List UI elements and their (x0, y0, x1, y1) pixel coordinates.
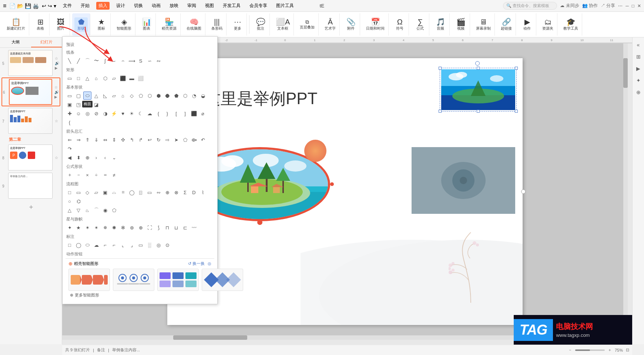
shape-star-24[interactable]: ⊛ (128, 223, 136, 232)
datetime-btn[interactable]: 📅 日期和时间 (365, 17, 386, 32)
menu-transition[interactable]: 切换 (132, 2, 145, 10)
new-slide-btn[interactable]: 📋 新建幻灯片 (5, 17, 27, 32)
shape-basic-donut[interactable]: ◎ (83, 109, 91, 117)
notes-btn[interactable]: 备注 (97, 347, 105, 353)
shape-callout-accent2[interactable]: ⊙ (163, 241, 171, 249)
shape-banner-down[interactable]: ⊔ (172, 223, 180, 232)
shape-flow-doc[interactable]: ⌓ (110, 188, 118, 196)
menu-design[interactable]: 设计 (114, 2, 127, 10)
shape-basic-brace-l[interactable]: { (154, 109, 162, 117)
online-btn[interactable]: 🧠 在线脑图 (185, 17, 203, 32)
shape-basic-bracket-l[interactable]: [ (172, 109, 180, 117)
formula-btn[interactable]: ∑ 公式 (413, 17, 427, 32)
shape-basic-smiley[interactable]: ☺ (74, 109, 83, 117)
maximize-btn[interactable]: □ (632, 3, 634, 9)
slide-item-6[interactable]: 6 这是举例PPT ☆ 🔊 ▶ (1, 77, 60, 106)
shape-formula-minus[interactable]: － (74, 171, 83, 179)
shape-arrow-r[interactable]: ⇒ (74, 136, 83, 144)
smart-shape-boxes[interactable] (157, 269, 199, 291)
sync-btn[interactable]: ☁ 未同步 (560, 3, 579, 9)
shape-line6[interactable]: ⌣ (110, 57, 118, 65)
shape-star-16[interactable]: ✻ (119, 223, 127, 232)
teach-btn[interactable]: 🎓 教学工具 (562, 17, 580, 32)
shape-scroll[interactable]: ⊏ (181, 223, 189, 232)
resources-btn[interactable]: 🗂 资源夹 (541, 17, 555, 32)
shape-arrow-quad[interactable]: ✣ (119, 136, 127, 144)
shape-line9[interactable]: S (137, 57, 145, 65)
handle-tm[interactable] (477, 67, 480, 70)
icon-btn[interactable]: ★ 图标 (95, 17, 108, 32)
shape-flow-dec[interactable]: ◇ (83, 188, 91, 196)
shape-rect7[interactable]: ⬛ (119, 74, 127, 82)
smart-shape-circles[interactable] (113, 269, 154, 291)
shape-btn[interactable]: ⬟ 形状 (74, 17, 88, 32)
shape-flow-tri-extra1[interactable]: △ (66, 206, 74, 214)
smart-shape-diamonds[interactable] (202, 269, 243, 291)
shape-arrow-curved-r[interactable]: ↷ (66, 145, 74, 153)
shape-formula-plus[interactable]: ＋ (66, 171, 74, 179)
new-icon[interactable]: 📄 (9, 3, 16, 9)
menu-slideshow[interactable]: 放映 (167, 2, 181, 10)
arttext-btn[interactable]: Ā 艺术字 (323, 17, 337, 32)
shape-basic-plus[interactable]: ✚ (66, 109, 74, 117)
shape-flow-multidoc[interactable]: ⌗ (119, 188, 127, 196)
slide-speaker-5[interactable]: 🔊 (55, 61, 59, 65)
add-slide-btn[interactable]: ＋ (1, 200, 60, 213)
shape-flow-tri-extra2[interactable]: ▽ (74, 206, 83, 214)
shape-star-8[interactable]: ✴ (92, 223, 100, 232)
shape-flow-data[interactable]: ▱ (92, 188, 100, 196)
attach-btn[interactable]: 📎 附件 (344, 17, 358, 32)
shape-flow-manual-op[interactable]: ⏢ (83, 206, 91, 214)
handle-bl[interactable] (439, 110, 442, 113)
shape-basic-oval[interactable]: ⬭ 椭圆 (83, 92, 91, 100)
shape-star-12[interactable]: ✺ (110, 223, 118, 232)
shape-callout-bend2[interactable]: ⌟ (128, 241, 136, 249)
minimize-btn[interactable]: ─ (625, 3, 629, 9)
shape-ribbon2[interactable]: ⟆ (154, 223, 162, 232)
shape-basic-halfframe[interactable]: ◳ (74, 100, 83, 109)
menu-dev[interactable]: 开发工具 (221, 2, 243, 10)
shape-flow-or[interactable]: ⊗ (172, 188, 180, 196)
print-icon[interactable]: 🖨️ (33, 3, 39, 9)
handle-tr[interactable] (515, 67, 518, 70)
shape-formula-times[interactable]: × (83, 171, 91, 179)
shape-arrow-bent-r[interactable]: ↱ (137, 136, 145, 144)
shape-rect5[interactable]: ⬡ (101, 74, 109, 82)
symbol-btn[interactable]: Ω 符号 (393, 17, 406, 32)
shape-basic-chord[interactable]: ◒ (199, 92, 207, 100)
template-btn[interactable]: 🏪 稻壳资源 (160, 17, 178, 32)
textbox-btn[interactable]: ⬜A 文本框 (274, 17, 291, 32)
open-icon[interactable]: 📂 (17, 3, 23, 9)
shape-callout-line-l[interactable]: ⌐ (101, 241, 109, 249)
shape-flow-tape[interactable]: ∾ (154, 188, 162, 196)
pagelayer-btn[interactable]: ⧉ 页层叠加 (298, 19, 316, 31)
shape-basic-moon[interactable]: ☾ (137, 109, 145, 117)
sidebar-anim-btn[interactable]: ▶ (634, 64, 643, 73)
shape-basic-diamond[interactable]: ◇ (128, 92, 136, 100)
shape-basic-sun[interactable]: ☀ (128, 109, 136, 117)
more-icon[interactable]: ▾ (54, 3, 56, 9)
slide-star-5[interactable]: ☆ (55, 56, 59, 60)
action-btn[interactable]: ▶ 动作 (520, 17, 534, 32)
slide-right-handle[interactable] (521, 189, 526, 194)
save-icon[interactable]: 💾 (25, 3, 31, 9)
slide-item-7[interactable]: 7 这是举例PPT ☆ (1, 107, 60, 135)
shape-flow-punc-tape[interactable]: ⌒ (92, 206, 100, 214)
shape-basic-brace2[interactable]: { (66, 118, 74, 126)
shape-callout-line-r[interactable]: ⌐ (110, 241, 118, 249)
menu-file[interactable]: 文件 (61, 2, 74, 10)
shape-flow-seq[interactable]: ⌇ (199, 188, 207, 196)
app-menu-icon[interactable]: ≡ (3, 3, 6, 9)
table-btn[interactable]: ⊞ 表格 (34, 17, 47, 32)
shape-basic-noshp[interactable]: ⊘ (92, 109, 100, 117)
shape-rect9[interactable]: ⬜ (137, 74, 145, 82)
slide-item-5[interactable]: 5 这是基础文本内容 ☆ 🔊 ▶ (1, 49, 60, 77)
shape-callout-rect[interactable]: □ (66, 241, 74, 249)
shape-star-5[interactable]: ★ (74, 223, 83, 232)
shape-line7[interactable]: ⌢ (119, 57, 127, 65)
sidebar-design-btn[interactable]: ✦ (634, 76, 643, 85)
shape-basic-pieslice[interactable]: ◔ (190, 92, 198, 100)
screen-btn[interactable]: 🖥 屏幕录制 (474, 17, 492, 32)
shape-line4[interactable]: 〜 (92, 57, 100, 65)
switch-btn[interactable]: ↺ 换一换 (188, 261, 205, 266)
